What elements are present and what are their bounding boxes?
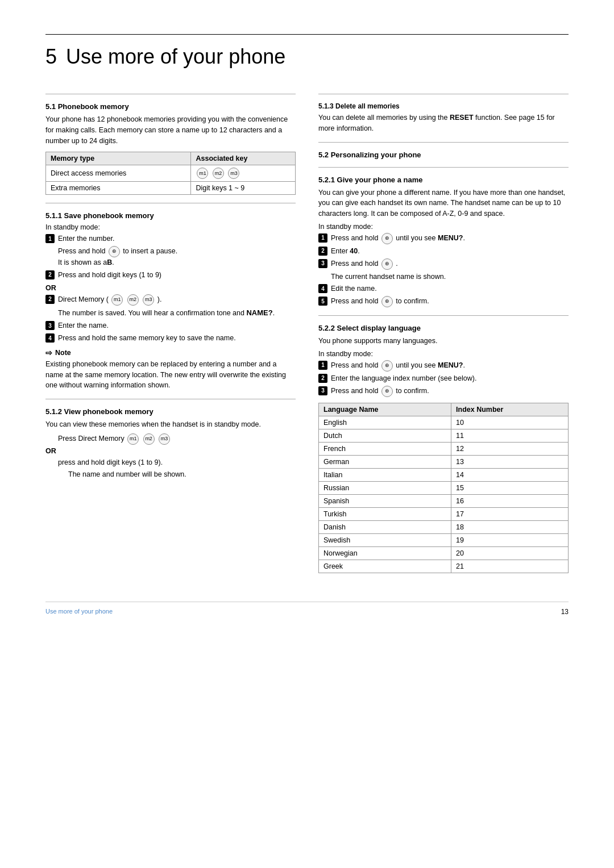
step-sub: The current handset name is shown. [331, 273, 446, 281]
step-text: Enter the language index number (see bel… [331, 373, 569, 384]
lang-index: 17 [451, 507, 569, 520]
right-column: 5.1.3 Delete all memories You can delete… [318, 86, 569, 579]
lang-index: 14 [451, 468, 569, 481]
give-name-steps: 1 Press and hold ⊛ until you see MENU?. … [318, 233, 569, 307]
step-item: 3 Press and hold ⊛ . [318, 258, 569, 270]
confirm-button: ⊛ [381, 386, 393, 397]
table-row: Dutch11 [319, 429, 569, 442]
step-2b-sub: The number is saved. You will hear a con… [45, 307, 296, 319]
standby-label: In standby mode: [318, 223, 569, 231]
lang-name: Dutch [319, 429, 451, 442]
section-5-2-title: 5.2 Personalizing your phone [318, 151, 569, 159]
step-item: 1 Press and hold ⊛ until you see MENU?. [318, 360, 569, 372]
m3-button: m3 [143, 294, 154, 306]
lang-name: Spanish [319, 494, 451, 507]
memory-table-col2: Associated key [191, 152, 296, 165]
lang-name: German [319, 455, 451, 468]
lang-name: Greek [319, 560, 451, 573]
step-item: 1 Enter the number. [45, 233, 296, 244]
page-content: 5Use more of your phone 5.1 Phonebook me… [45, 34, 569, 616]
lang-index: 12 [451, 442, 569, 455]
page-footer: Use more of your phone 13 [45, 602, 569, 616]
table-row: Russian15 [319, 481, 569, 494]
m2-button: m2 [127, 294, 139, 306]
lang-table-col2: Index Number [451, 403, 569, 416]
section-5-1-2-title: 5.1.2 View phonebook memory [45, 407, 296, 416]
table-row: French12 [319, 442, 569, 455]
table-row: Italian14 [319, 468, 569, 481]
step-item: 4 Edit the name. [318, 283, 569, 294]
standby-label: In standby mode: [45, 223, 296, 231]
table-row: Direct access memories m1 m2 m3 [46, 165, 296, 182]
section-5-2-1-title: 5.2.1 Give your phone a name [318, 176, 569, 184]
lang-name: Swedish [319, 533, 451, 546]
step-text: Press and hold the same memory key to sa… [58, 333, 296, 344]
memory-type-table: Memory type Associated key Direct access… [45, 152, 296, 195]
step-number: 4 [318, 284, 327, 293]
left-column: 5.1 Phonebook memory Your phone has 12 p… [45, 86, 296, 579]
save-steps-list: 1 Enter the number. Press and hold ⊛ to … [45, 233, 296, 280]
view-body: You can view these memories when the han… [45, 419, 296, 430]
memory-key-extra: Digit keys 1 ~ 9 [191, 182, 296, 195]
menu-button: ⊛ [381, 360, 393, 372]
step-item: 2 Enter the language index number (see b… [318, 373, 569, 384]
step-number: 1 [45, 234, 55, 243]
section-divider [45, 94, 296, 94]
step-number: 1 [318, 361, 327, 370]
table-row: Swedish19 [319, 533, 569, 546]
two-column-layout: 5.1 Phonebook memory Your phone has 12 p… [45, 86, 569, 579]
page-number: 13 [561, 608, 569, 616]
step-item: 3 Press and hold ⊛ to confirm. [318, 386, 569, 397]
or-label-2: OR [45, 447, 296, 455]
step-item: 4 Press and hold the same memory key to … [45, 333, 296, 344]
chapter-title: 5Use more of your phone [45, 45, 569, 69]
lang-name: Danish [319, 520, 451, 533]
lang-index: 18 [451, 520, 569, 533]
save-steps-list-cont: 3 Enter the name. 4 Press and hold the s… [45, 320, 296, 344]
table-row: Turkish17 [319, 507, 569, 520]
note-block: ⇨ Note Existing phonebook memory can be … [45, 348, 296, 391]
memory-table-col1: Memory type [46, 152, 191, 165]
memory-key-direct: m1 m2 m3 [191, 165, 296, 182]
view-sub: Press Direct Memory m1 m2 m3 [45, 433, 296, 445]
step-text: Press and hold digit keys (1 to 9) [58, 270, 296, 281]
lang-index: 10 [451, 416, 569, 429]
note-title: ⇨ Note [45, 348, 296, 357]
step-sub-text2: It is shown as aB. [58, 258, 114, 266]
standby-label-lang: In standby mode: [318, 350, 569, 358]
step-text: Enter the name. [58, 320, 296, 331]
table-row: Danish18 [319, 520, 569, 533]
section-divider [318, 315, 569, 316]
table-row: Greek21 [319, 560, 569, 573]
step-text: Press and hold ⊛ to confirm. [331, 296, 569, 307]
m3-button: m3 [228, 168, 239, 179]
lang-table-col1: Language Name [319, 403, 451, 416]
table-row: Extra memories Digit keys 1 ~ 9 [46, 182, 296, 195]
step-item: 2 Enter 40. [318, 246, 569, 257]
step-text: Enter the number. [58, 233, 296, 244]
section-divider [45, 399, 296, 399]
step-number: 2 [318, 374, 327, 383]
hash-button: ⊛ [109, 246, 120, 257]
view-sub2: press and hold digit keys (1 to 9). [45, 457, 296, 468]
step-item: The current handset name is shown. [318, 272, 569, 282]
note-body: Existing phonebook memory can be replace… [45, 359, 296, 391]
footer-text: Use more of your phone [45, 608, 113, 616]
memory-type-direct: Direct access memories [46, 165, 191, 182]
lang-name: Italian [319, 468, 451, 481]
section-5-1-3-title: 5.1.3 Delete all memories [318, 102, 569, 110]
lang-name: Turkish [319, 507, 451, 520]
lang-index: 19 [451, 533, 569, 546]
m1-button: m1 [127, 433, 139, 445]
step-number: 2 [318, 247, 327, 256]
step-text: Edit the name. [331, 283, 569, 294]
view-sub3: The name and number will be shown. [45, 469, 296, 480]
section-5-1-title: 5.1 Phonebook memory [45, 102, 296, 111]
step-item: 3 Enter the name. [45, 320, 296, 331]
lang-body: You phone supports many languages. [318, 336, 569, 347]
table-row: Spanish16 [319, 494, 569, 507]
confirm-button: ⊛ [381, 296, 393, 307]
section-divider [45, 203, 296, 203]
section-divider [318, 142, 569, 143]
step-number: 5 [318, 297, 327, 306]
